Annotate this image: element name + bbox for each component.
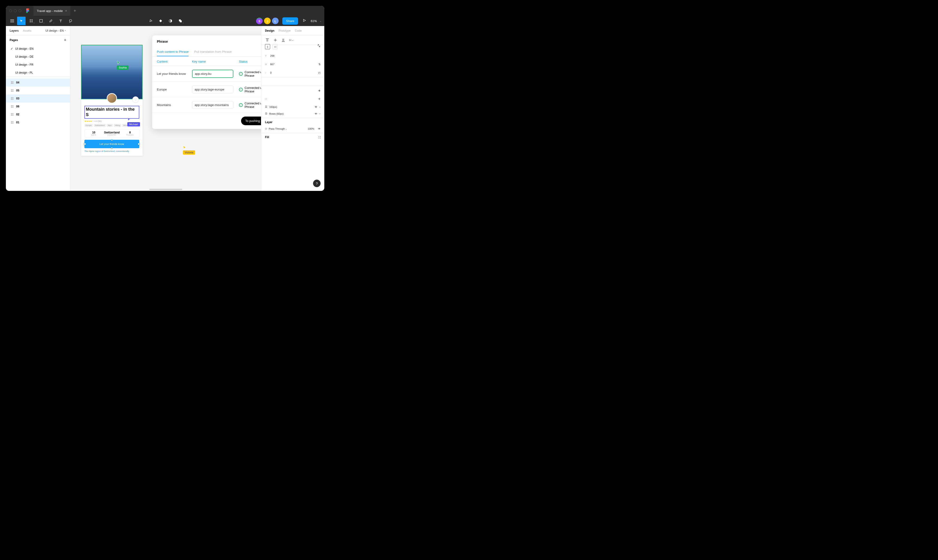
add-icon[interactable]: + — [318, 88, 321, 93]
file-tab-label: Travel app - mobile — [37, 9, 63, 13]
comment-tool[interactable] — [66, 17, 75, 25]
page-selector[interactable]: UI design - EN ⌃ — [46, 29, 66, 32]
check-icon: ✓ — [239, 103, 243, 107]
frame-item[interactable]: 05 — [6, 86, 70, 94]
frame-item[interactable]: 04 — [6, 78, 70, 86]
assets-tab[interactable]: Assets — [23, 29, 31, 32]
col-content: Content — [157, 60, 192, 63]
stat: 10DAYS — [85, 129, 103, 137]
constrain-icon[interactable]: ⇅ — [318, 63, 321, 66]
page-item[interactable]: UI design - PL — [6, 69, 70, 77]
help-button[interactable]: ? — [313, 180, 321, 187]
blend-mode[interactable]: Pass Through ⌄ — [269, 127, 306, 130]
prototype-tab[interactable]: Prototype — [278, 29, 291, 32]
tag: Alps — [107, 124, 113, 127]
h-value[interactable]: 667 — [270, 63, 280, 66]
blend-icon: ◇ — [265, 127, 267, 130]
zoom-level[interactable]: 61% — [311, 19, 317, 23]
add-tab-icon[interactable]: + — [74, 8, 76, 13]
resize-icon[interactable] — [317, 44, 321, 49]
scrollbar[interactable] — [149, 189, 182, 190]
portrait-icon[interactable]: ▯ — [265, 44, 270, 49]
text-tool[interactable] — [57, 17, 65, 25]
eye-icon[interactable]: 👁 — [315, 112, 317, 115]
page-item[interactable]: UI design - DE — [6, 53, 70, 61]
present-button[interactable] — [303, 19, 306, 23]
traffic-lights[interactable] — [9, 9, 22, 12]
confirm-button[interactable]: To pushing confirmation — [241, 117, 261, 125]
pull-tab[interactable]: Pull translation from Phrase — [194, 48, 232, 56]
corner-icon[interactable]: ◰ — [318, 71, 321, 74]
description: The Alpine region of Switzerland, conven… — [85, 150, 139, 152]
page-item[interactable]: UI design - FR — [6, 61, 70, 69]
cta-button[interactable]: Let your friends know — [85, 140, 139, 148]
fill-section: Fill — [265, 135, 269, 139]
figma-logo-icon — [26, 8, 29, 13]
code-tab[interactable]: Code — [295, 29, 301, 32]
heart-icon[interactable]: ♡ — [132, 96, 139, 103]
remove-icon[interactable]: − — [319, 112, 321, 115]
avatar[interactable]: S — [256, 18, 263, 24]
add-page-icon[interactable]: + — [64, 38, 66, 43]
frame-item[interactable]: 03 — [6, 94, 70, 103]
move-tool[interactable]: ⌄ — [17, 17, 26, 25]
artboard[interactable]: ♡ Mountain stories - in the S ★★★★★ 4.0 … — [81, 45, 143, 156]
avatar[interactable]: J — [264, 18, 271, 24]
y-value[interactable]: 298 — [270, 54, 280, 57]
stat: SwitzerlandCOUNTRY — [103, 129, 121, 137]
frame-item[interactable]: 01 — [6, 118, 70, 126]
plugin-row: Europe✓Connected with Phrase× — [152, 82, 261, 97]
pages-header: Pages — [9, 38, 18, 42]
mask-tool[interactable] — [166, 17, 175, 25]
boolean-tool[interactable]: ⌄ — [176, 17, 185, 25]
design-tab[interactable]: Design — [265, 29, 274, 32]
file-tab[interactable]: Travel app - mobile × — [34, 6, 70, 16]
opacity-value[interactable]: 100% — [308, 127, 314, 130]
align-top-icon[interactable] — [265, 38, 270, 42]
svg-rect-5 — [180, 20, 182, 22]
rotation-value[interactable]: 0 — [270, 71, 280, 74]
align-middle-icon[interactable] — [273, 38, 278, 42]
pen-tool[interactable]: ⌄ — [47, 17, 55, 25]
cols-icon: ☰ — [265, 105, 268, 108]
align-bottom-icon[interactable] — [281, 38, 286, 42]
distribute-icon[interactable]: ⌄ — [289, 38, 294, 42]
artboard-title[interactable]: Mountain stories - in the S — [85, 106, 139, 118]
key-input[interactable] — [192, 101, 233, 109]
content-cell: Mountains — [157, 103, 192, 107]
styles-icon[interactable]: ⸬ — [319, 135, 321, 139]
shape-tool[interactable]: ⌄ — [37, 17, 45, 25]
phrase-plugin-panel: Phrase Push content to Phrase Pull trans… — [152, 35, 261, 129]
remove-icon[interactable]: − — [319, 106, 321, 108]
artboard-image: ♡ — [81, 45, 143, 99]
status-text: Connected with Phrase — [244, 102, 261, 109]
layers-tab[interactable]: Layers — [9, 29, 19, 32]
grid-dots-icon[interactable]: ⸬ — [265, 98, 267, 101]
frame-item[interactable]: 02 — [6, 111, 70, 118]
eye-icon[interactable]: 👁 — [318, 127, 321, 130]
landscape-icon[interactable]: ▭ — [272, 44, 278, 49]
add-icon[interactable]: + — [318, 97, 321, 102]
svg-point-2 — [69, 20, 72, 22]
reset-tool[interactable] — [146, 17, 155, 25]
eye-icon[interactable]: 👁 — [315, 106, 317, 108]
page-item[interactable]: UI design - EN — [6, 45, 70, 53]
key-input[interactable] — [192, 70, 233, 78]
check-icon: ✓ — [239, 72, 243, 76]
menu-button[interactable] — [9, 17, 16, 25]
close-tab-icon[interactable]: × — [65, 9, 67, 13]
avatar[interactable]: L — [272, 18, 278, 24]
component-tool[interactable]: ⌄ — [157, 17, 165, 25]
author-avatar — [107, 93, 117, 103]
frame-item[interactable]: 06 — [6, 103, 70, 111]
layer-section: Layer — [265, 120, 272, 124]
orientation-controls[interactable]: ▯ ▭ — [261, 44, 324, 52]
align-controls[interactable]: ⌄ — [261, 35, 324, 45]
collaborator-avatars[interactable]: S J L — [256, 18, 278, 24]
share-button[interactable]: Share — [282, 17, 298, 25]
collaborator-cursor: Michael — [127, 117, 140, 126]
frame-tool[interactable]: ⌄ — [27, 17, 35, 25]
canvas[interactable]: ♡ Mountain stories - in the S ★★★★★ 4.0 … — [70, 26, 261, 191]
key-input[interactable] — [192, 86, 233, 93]
push-tab[interactable]: Push content to Phrase — [157, 48, 189, 56]
